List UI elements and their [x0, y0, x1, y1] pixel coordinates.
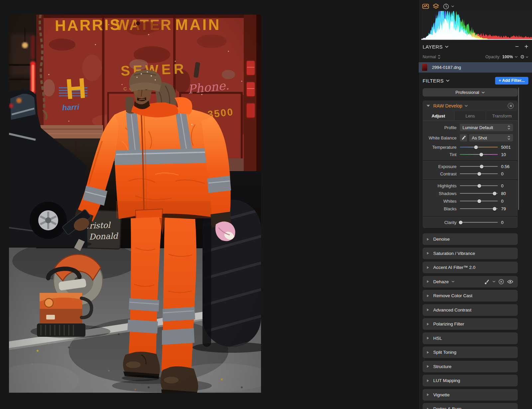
filter-item-hsl[interactable]: HSL [423, 332, 518, 344]
expand-triangle-icon[interactable] [427, 337, 429, 339]
add-filter-button[interactable]: + Add Filter... [495, 77, 528, 85]
filter-item-structure[interactable]: Structure [423, 361, 518, 372]
expand-triangle-icon[interactable] [427, 408, 429, 409]
filter-item-accent-ai-filter-2-0[interactable]: Accent AI Filter™ 2.0 [423, 262, 518, 273]
filter-item-dehaze[interactable]: Dehaze [423, 276, 518, 288]
expand-triangle-icon[interactable] [427, 266, 429, 269]
slider-thumb[interactable] [493, 207, 496, 211]
filter-row-actions [484, 279, 513, 285]
slider-thumb[interactable] [479, 153, 483, 156]
workspace-preset-select[interactable]: Professional [423, 88, 518, 97]
editor-canvas[interactable]: HARRIS WATER MAIN SEWER CONT 95-3500 Pho… [0, 0, 418, 409]
expand-triangle-icon[interactable] [427, 252, 429, 255]
raw-develop-title[interactable]: RAW Develop [433, 103, 462, 108]
chevron-down-icon[interactable] [465, 105, 468, 107]
slider-thumb[interactable] [480, 165, 483, 168]
filter-item-saturation-vibrance[interactable]: Saturation / Vibrance [423, 248, 518, 259]
remove-filter-icon[interactable] [498, 279, 504, 285]
histogram-panel-icon[interactable] [422, 3, 429, 10]
expand-triangle-icon[interactable] [427, 295, 429, 297]
histogram[interactable] [421, 11, 532, 41]
expand-triangle-icon[interactable] [427, 238, 429, 241]
chevron-down-icon[interactable] [452, 281, 455, 283]
slider-track-highlights[interactable] [460, 183, 498, 188]
filters-panel-title: FILTERS [423, 78, 444, 84]
slider-track-clarity[interactable] [460, 220, 498, 225]
layer-name: 2994-0187.dng [432, 65, 461, 70]
visibility-eye-icon[interactable] [507, 280, 513, 284]
slider-label: Exposure [427, 164, 457, 169]
filter-item-remove-color-cast[interactable]: Remove Color Cast [423, 290, 518, 302]
history-chevron-icon[interactable] [451, 5, 454, 7]
slider-value: 5001 [501, 145, 513, 150]
slider-track-blacks[interactable] [460, 206, 498, 211]
slider-label: Clarity [427, 220, 457, 225]
profile-row: Profile Luminar Default [423, 123, 518, 131]
white-balance-select[interactable]: As Shot [469, 134, 513, 141]
slider-track-temperature[interactable] [460, 145, 498, 149]
slider-thumb[interactable] [474, 145, 478, 149]
tab-lens[interactable]: Lens [455, 111, 486, 120]
expand-triangle-icon[interactable] [427, 280, 429, 283]
filter-label: LUT Mapping [433, 378, 460, 383]
add-layer-button[interactable]: + [524, 45, 528, 49]
filter-label: Accent AI Filter™ 2.0 [433, 265, 475, 270]
layers-panel-icon[interactable] [432, 3, 440, 10]
sidebar-scrollbar[interactable] [518, 88, 519, 210]
layer-settings-button[interactable]: ⚙ [520, 54, 528, 60]
filter-item-denoise[interactable]: Denoise [423, 233, 518, 245]
tab-transform[interactable]: Transform [486, 111, 518, 120]
layers-chevron-icon[interactable] [445, 46, 449, 48]
raw-develop-panel: RAW Develop Adjust Lens Transform Profil… [423, 101, 518, 228]
filter-label: Denoise [433, 237, 450, 242]
slider-thumb[interactable] [477, 184, 481, 188]
histogram-baseline [421, 39, 532, 40]
panel-toolbar [422, 2, 454, 10]
expand-triangle-icon[interactable] [427, 308, 429, 311]
layer-item-selected[interactable]: 2994-0187.dng [419, 62, 532, 73]
edit-mask-brush-icon[interactable] [484, 279, 489, 284]
slider-thumb[interactable] [477, 199, 481, 203]
slider-row-shadows: Shadows80 [423, 190, 518, 196]
collapse-triangle-icon[interactable] [427, 105, 430, 107]
slider-thumb[interactable] [493, 192, 496, 195]
profile-select[interactable]: Luminar Default [460, 124, 513, 131]
eyedropper-icon [461, 135, 466, 140]
filter-item-vignette[interactable]: Vignette [423, 389, 518, 401]
slider-track-whites[interactable] [460, 199, 498, 203]
remove-filter-icon[interactable] [508, 103, 514, 109]
expand-triangle-icon[interactable] [427, 393, 429, 396]
slider-row-blacks: Blacks79 [423, 206, 518, 212]
chevron-down-icon[interactable] [492, 281, 495, 283]
slider-track-tint[interactable] [460, 152, 498, 157]
slider-track-contrast[interactable] [460, 171, 498, 176]
blend-mode-select[interactable]: Normal [423, 55, 441, 59]
expand-triangle-icon[interactable] [427, 365, 429, 368]
tab-adjust[interactable]: Adjust [423, 111, 455, 120]
slider-track-shadows[interactable] [460, 191, 498, 196]
filter-item-split-toning[interactable]: Split Toning [423, 346, 518, 358]
filter-label: Remove Color Cast [433, 293, 472, 298]
filters-chevron-icon[interactable] [446, 80, 450, 82]
photo-document[interactable]: HARRIS WATER MAIN SEWER CONT 95-3500 Pho… [9, 15, 261, 393]
slider-value: 79 [501, 206, 513, 211]
filter-label: Advanced Contrast [433, 307, 471, 312]
remove-layer-button[interactable]: − [515, 45, 519, 48]
slider-label: Contrast [427, 171, 457, 176]
slider-value: 0 [501, 171, 513, 176]
slider-track-exposure[interactable] [460, 164, 498, 169]
slider-thumb[interactable] [477, 172, 481, 176]
history-panel-icon[interactable] [443, 3, 450, 10]
filter-label: Vignette [433, 392, 450, 397]
filter-item-lut-mapping[interactable]: LUT Mapping [423, 375, 518, 386]
stepper-icon [507, 125, 510, 130]
filter-item-dodge-burn[interactable]: Dodge & Burn [423, 403, 518, 409]
eyedropper-button[interactable] [460, 134, 467, 141]
filter-item-polarizing-filter[interactable]: Polarizing Filter [423, 318, 518, 330]
expand-triangle-icon[interactable] [427, 379, 429, 382]
slider-thumb[interactable] [459, 221, 463, 224]
expand-triangle-icon[interactable] [427, 351, 429, 354]
opacity-control[interactable]: Opacity: 100% [485, 55, 518, 59]
expand-triangle-icon[interactable] [427, 323, 429, 325]
filter-item-advanced-contrast[interactable]: Advanced Contrast [423, 304, 518, 316]
